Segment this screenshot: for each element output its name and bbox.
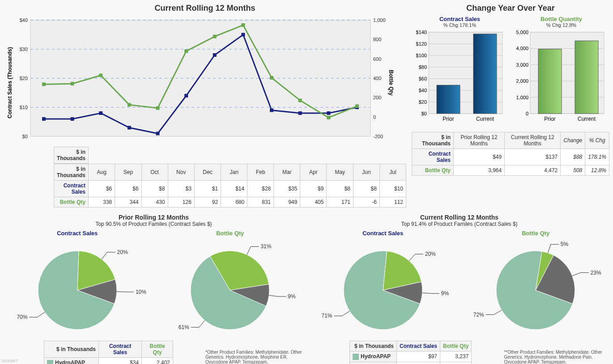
current-title: Current Rolling 12 Months [309,214,609,221]
yoy-table: $ in ThousandsPrior Rolling 12 MonthsCur… [412,132,609,176]
svg-text:71%: 71% [321,313,332,319]
svg-text:$60: $60 [419,76,427,81]
svg-text:5%: 5% [561,241,569,247]
current-sales-pie-title: Contract Sales [309,230,457,237]
svg-text:1,000: 1,000 [373,17,386,23]
current-qty-pie: 72%5%23% [464,237,607,339]
svg-text:$30: $30 [20,47,28,52]
rolling-line-chart: $0$10$20$30$40 -20002004006008001,000 Co… [4,16,397,145]
svg-text:Prior: Prior [544,116,555,122]
ylabel-right: Bottle Qty [388,70,394,96]
svg-text:72%: 72% [473,312,484,318]
svg-text:800: 800 [373,37,381,42]
svg-rect-58 [437,85,460,114]
svg-text:61%: 61% [179,324,189,330]
page-id: 0000867 [2,359,17,363]
svg-rect-39 [327,116,330,119]
svg-text:$20: $20 [20,76,28,81]
svg-text:$10: $10 [20,105,28,110]
svg-text:4,000: 4,000 [516,46,528,51]
current-sub: Top 91.4% of Product Familes (Contract S… [309,221,609,227]
svg-rect-19 [99,111,102,115]
yoy-sales-bar: $0$20$40$60$80$100$120$140PriorCurrent [412,29,506,127]
yoy-title: Change Year Over Year [412,4,609,13]
svg-text:3,000: 3,000 [516,62,528,68]
current-sales-pie: 71%20%9% [311,237,455,339]
svg-rect-38 [298,99,302,102]
svg-rect-27 [327,111,330,115]
svg-text:$0: $0 [22,134,28,139]
svg-text:23%: 23% [591,270,601,276]
current-qty-pie-title: Bottle Qty [462,230,610,237]
rolling-table: $ in Thousands [54,147,89,164]
svg-text:400: 400 [373,76,381,81]
svg-rect-77 [575,41,598,114]
svg-text:0: 0 [373,114,376,120]
svg-rect-21 [156,132,160,135]
svg-rect-36 [241,23,245,27]
prior-title: Prior Rolling 12 Months [4,214,304,221]
svg-rect-22 [184,94,188,97]
svg-rect-33 [156,106,160,110]
yoy-qty-title: Bottle Quantity [513,16,609,22]
svg-rect-31 [99,74,102,77]
svg-text:70%: 70% [17,314,27,320]
svg-text:$100: $100 [416,53,427,58]
svg-text:200: 200 [373,95,381,100]
ylabel-left: Contract Sales (Thousands) [7,47,13,118]
yoy-sales-sub: % Chg 178.1% [412,22,508,28]
yoy-qty-sub: % Chg 12.8% [513,22,609,28]
svg-text:$80: $80 [419,64,427,70]
svg-rect-17 [42,117,46,121]
prior-table: $ in ThousandsContract SalesBottle QtyHy… [44,341,173,364]
svg-rect-30 [71,82,74,85]
prior-footnote: *Other Product Families: Methylphenidate… [205,350,304,364]
svg-text:0: 0 [526,111,528,116]
current-footnote: **Other Product Families: Methylphenidat… [504,350,602,364]
svg-text:Current: Current [578,116,596,122]
svg-rect-32 [128,103,131,106]
yoy-sales-title: Contract Sales [412,16,508,22]
yoy-qty-bar: 01,0002,0003,0004,0005,000PriorCurrent [513,29,607,127]
svg-text:31%: 31% [261,243,272,250]
svg-text:$120: $120 [416,41,427,47]
prior-sales-pie-title: Contract Sales [4,230,151,237]
svg-text:Prior: Prior [443,116,454,122]
svg-text:1,000: 1,000 [516,95,528,100]
prior-qty-pie-title: Bottle Qty [157,230,304,237]
svg-text:20%: 20% [425,251,436,257]
svg-text:-200: -200 [373,134,383,139]
svg-text:10%: 10% [136,289,146,295]
svg-rect-75 [538,49,562,114]
svg-rect-34 [184,49,188,53]
svg-text:5,000: 5,000 [516,30,528,35]
svg-rect-25 [270,109,273,112]
svg-text:2,000: 2,000 [516,78,528,84]
svg-rect-35 [213,35,217,38]
prior-qty-pie: 61%31%9% [158,237,302,339]
svg-text:$20: $20 [419,99,427,105]
svg-rect-18 [71,117,74,121]
svg-text:9%: 9% [288,293,296,300]
svg-text:Current: Current [476,116,494,122]
svg-rect-24 [241,33,245,37]
svg-text:$40: $40 [419,88,427,93]
svg-text:600: 600 [373,56,381,62]
svg-rect-29 [42,82,46,86]
svg-text:9%: 9% [441,290,449,296]
svg-text:$140: $140 [416,30,427,35]
svg-text:$0: $0 [421,111,427,116]
svg-rect-60 [473,34,497,114]
svg-rect-23 [213,53,217,57]
svg-rect-37 [270,76,273,80]
svg-rect-40 [355,104,359,108]
svg-rect-26 [298,111,302,115]
svg-text:20%: 20% [117,249,128,255]
current-table: $ in ThousandsContract SalesBottle QtyHy… [349,341,472,364]
svg-text:$40: $40 [20,17,28,23]
rolling-table-body: $ in ThousandsAugSepOctNovDecJanFebMarAp… [54,164,406,207]
prior-sub: Top 90.5% of Product Familes (Contract S… [4,221,304,227]
svg-rect-20 [128,126,131,130]
prior-sales-pie: 70%20%10% [6,237,149,339]
rolling-title: Current Rolling 12 Months [4,4,406,13]
